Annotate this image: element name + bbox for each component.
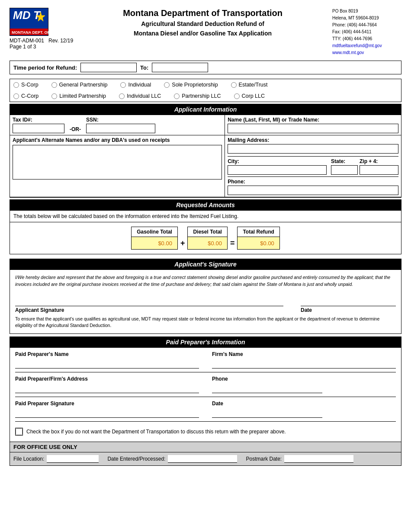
radio-general-partnership[interactable]: General Partnership bbox=[51, 82, 108, 88]
radio-scorp[interactable]: S-Corp bbox=[13, 82, 39, 88]
mailing-section: Mailing Address: bbox=[228, 137, 398, 157]
dba-label: Applicant's Alternate Names and/or any D… bbox=[13, 137, 170, 143]
preparer-address-line[interactable] bbox=[15, 384, 199, 393]
preparer-sig-line[interactable] bbox=[15, 408, 199, 418]
preparer-sig-row: Paid Preparer Signature Date bbox=[15, 401, 396, 422]
phone-area: Phone: bbox=[228, 179, 398, 195]
city-input[interactable] bbox=[228, 165, 327, 175]
discuss-checkbox[interactable] bbox=[15, 428, 23, 436]
preparer-phone-label: Phone bbox=[212, 376, 396, 382]
firms-name-line[interactable] bbox=[212, 359, 396, 369]
mdt-logo-icon: MD T MONTANA DEPT. OF TRANSPORTATION bbox=[10, 8, 48, 36]
date-entered-line bbox=[168, 455, 237, 463]
total-refund-value: $0.00 bbox=[238, 237, 279, 250]
date-sig-line[interactable] bbox=[301, 296, 396, 306]
state-label: State: bbox=[331, 158, 345, 164]
ssn-area: SSN: bbox=[86, 117, 155, 133]
applicant-info-header: Applicant Information bbox=[10, 104, 401, 115]
requested-amounts-header: Requested Amounts bbox=[10, 199, 401, 211]
sig-disclaimer: I/We hereby declare and represent that t… bbox=[15, 274, 396, 288]
header-left: MD T MONTANA DEPT. OF TRANSPORTATION MDT… bbox=[10, 8, 73, 50]
logo-area: MD T MONTANA DEPT. OF TRANSPORTATION bbox=[10, 8, 48, 36]
applicant-sig-line[interactable] bbox=[15, 296, 283, 306]
file-location-line bbox=[47, 455, 99, 463]
gasoline-value: $0.00 bbox=[132, 237, 178, 250]
dba-address-row: Applicant's Alternate Names and/or any D… bbox=[10, 135, 401, 197]
time-period-to-input[interactable] bbox=[152, 63, 208, 72]
checkbox-label: Check the box if you do not want the Dep… bbox=[26, 429, 286, 435]
or-text: -OR- bbox=[68, 126, 83, 132]
radio-individual[interactable]: Individual bbox=[120, 82, 151, 88]
city-area: City: bbox=[228, 158, 329, 175]
zip-label: Zip + 4: bbox=[360, 158, 378, 164]
signature-header: Applicant's Signature bbox=[10, 259, 401, 270]
dba-textarea[interactable] bbox=[13, 145, 222, 179]
time-period-row: Time period for Refund: To: bbox=[10, 61, 401, 74]
radio-individual-llc[interactable]: Individual LLC bbox=[119, 93, 161, 99]
preparer-name-label: Paid Preparer's Name bbox=[15, 351, 199, 357]
radio-corp-llc[interactable]: Corp LLC bbox=[234, 93, 265, 99]
radio-partnership-llc[interactable]: Partnership LLC bbox=[174, 93, 221, 99]
form-rev: Rev. 12/19 bbox=[48, 38, 73, 44]
svg-text:MONTANA DEPT. OF TRANSPORTATIO: MONTANA DEPT. OF TRANSPORTATION bbox=[12, 30, 48, 35]
preparer-date-line[interactable] bbox=[212, 408, 322, 418]
time-period-from-input[interactable] bbox=[80, 63, 137, 72]
equals-symbol: = bbox=[227, 237, 238, 250]
preparer-block: Paid Preparer's Name Firm's Name Paid Pr… bbox=[10, 348, 401, 442]
entity-row-2: C-Corp Limited Partnership Individual LL… bbox=[10, 90, 401, 102]
tax-id-ssn-col: Tax ID#: -OR- SSN: bbox=[10, 115, 225, 135]
sig-line-row: Applicant Signature Date bbox=[15, 296, 396, 313]
ssn-input[interactable] bbox=[86, 124, 155, 133]
city-label: City: bbox=[228, 158, 239, 164]
date-entered-field: Date Entered/Processed: bbox=[107, 455, 237, 463]
email-link[interactable]: mdtfueltaxrefund@mt.gov bbox=[332, 43, 382, 48]
ssn-label: SSN: bbox=[86, 117, 155, 123]
name-label: Name (Last, First, MI) or Trade Name: bbox=[228, 117, 319, 123]
page-number: Page 1 of 3 bbox=[10, 44, 36, 50]
tax-id-name-row: Tax ID#: -OR- SSN: Name (Last, First, MI… bbox=[10, 115, 401, 135]
radio-limited-partnership[interactable]: Limited Partnership bbox=[51, 93, 106, 99]
preparer-address-row: Paid Preparer/Firm's Address Phone bbox=[15, 376, 396, 397]
radio-ccorp[interactable]: C-Corp bbox=[13, 93, 39, 99]
totals-table-wrap: Gasoline Total Diesel Total Total Refund… bbox=[10, 222, 401, 254]
preparer-date-label: Date bbox=[212, 401, 396, 407]
address-col: Mailing Address: City: State: Zip + 4: bbox=[225, 135, 401, 197]
postmark-field: Postmark Date: bbox=[246, 455, 353, 463]
website-link[interactable]: www.mdt.mt.gov bbox=[332, 50, 364, 55]
preparer-phone-line[interactable] bbox=[212, 384, 322, 393]
city-state-zip: Helena, MT 59604-8019 bbox=[332, 15, 401, 22]
office-use-header: FOR OFFICE USE ONLY bbox=[10, 442, 401, 452]
requested-amounts-block: The totals below will be calculated base… bbox=[10, 211, 401, 254]
tax-id-area: Tax ID#: bbox=[13, 117, 64, 133]
preparer-address-label: Paid Preparer/Firm's Address bbox=[15, 376, 199, 382]
signature-block: I/We hereby declare and represent that t… bbox=[10, 270, 401, 334]
diesel-value: $0.00 bbox=[188, 237, 227, 250]
diesel-total-header: Diesel Total bbox=[188, 227, 227, 237]
zip-input[interactable] bbox=[360, 165, 398, 175]
form-meta: MDT-ADM-001 Rev. 12/19 Page 1 of 3 bbox=[10, 38, 73, 50]
to-label: To: bbox=[140, 64, 148, 71]
firms-name-label: Firm's Name bbox=[212, 351, 396, 357]
time-period-label: Time period for Refund: bbox=[13, 64, 77, 71]
radio-estate-trust[interactable]: Estate/Trust bbox=[231, 82, 268, 88]
name-col: Name (Last, First, MI) or Trade Name: bbox=[225, 115, 401, 135]
dba-col: Applicant's Alternate Names and/or any D… bbox=[10, 135, 225, 197]
postmark-line bbox=[284, 455, 353, 463]
name-input[interactable] bbox=[228, 124, 398, 133]
form-id: MDT-ADM-001 bbox=[10, 38, 44, 44]
preparer-name-line[interactable] bbox=[15, 359, 199, 369]
gasoline-total-header: Gasoline Total bbox=[132, 227, 178, 237]
phone-input[interactable] bbox=[228, 186, 398, 195]
preparer-name-col: Paid Preparer's Name bbox=[15, 351, 199, 369]
phone-number: Phone: (406) 444-7664 bbox=[332, 22, 401, 29]
radio-sole-prop[interactable]: Sole Proprietorship bbox=[164, 82, 218, 88]
applicant-sig-label: Applicant Signature bbox=[15, 307, 283, 313]
preparer-date-col: Date bbox=[212, 401, 396, 418]
mailing-input[interactable] bbox=[228, 144, 398, 154]
tax-id-input[interactable] bbox=[13, 124, 64, 133]
file-location-field: File Location: bbox=[13, 455, 99, 463]
date-sig-label: Date bbox=[301, 307, 396, 313]
applicant-sig-area: Applicant Signature bbox=[15, 296, 283, 313]
preparer-name-row: Paid Preparer's Name Firm's Name bbox=[15, 351, 396, 372]
state-input[interactable] bbox=[331, 165, 358, 175]
